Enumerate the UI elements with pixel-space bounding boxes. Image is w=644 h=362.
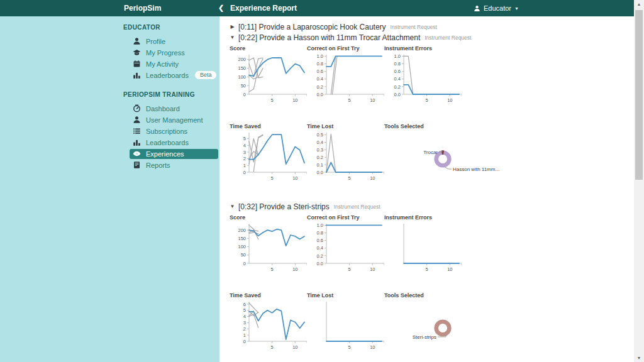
- sidebar-heading-educator: EDUCATOR: [123, 24, 218, 31]
- chart-tools-selected: Tools SelectedSteri-strips: [384, 292, 516, 356]
- collapse-triangle-icon[interactable]: ▼: [230, 204, 235, 209]
- chart-instrument-errors: Instrument Errors0.00.20.40.60.81.0510: [384, 45, 462, 109]
- chart-title: Tools Selected: [384, 292, 516, 300]
- section-tag: Instrument Request: [334, 204, 380, 210]
- chart-correct-on-first-try: Correct on First Try0.00.20.40.60.81.051…: [307, 214, 384, 278]
- svg-text:0.0: 0.0: [317, 170, 323, 175]
- chart-title: Tools Selected: [384, 123, 516, 131]
- sidebar-item-label: My Progress: [146, 49, 185, 57]
- line-chart-canvas: 0.00.20.40.60.81.0510: [307, 222, 384, 276]
- svg-text:5: 5: [243, 307, 246, 313]
- sidebar-menu: EDUCATORProfileMy ProgressMy ActivityLea…: [123, 24, 218, 172]
- sidebar-item-leaderboards[interactable]: Leaderboards: [130, 138, 218, 148]
- section-tag: Instrument Request: [425, 35, 471, 41]
- svg-text:0.8: 0.8: [317, 61, 323, 67]
- scroll-up-arrow-icon[interactable]: ▲: [634, 2, 644, 6]
- chart-tools-selected: Tools SelectedTrocarHasson with 11mm...: [384, 123, 516, 187]
- svg-text:0.2: 0.2: [317, 84, 323, 90]
- svg-text:0.2: 0.2: [317, 155, 323, 160]
- sidebar: EDUCATORProfileMy ProgressMy ActivityLea…: [0, 16, 219, 362]
- scrollbar-thumb[interactable]: [635, 10, 643, 180]
- line-chart-canvas: 510: [307, 300, 384, 354]
- svg-text:Hasson with 11mm...: Hasson with 11mm...: [453, 167, 499, 172]
- svg-text:10: 10: [292, 266, 297, 272]
- svg-text:0.4: 0.4: [317, 245, 323, 251]
- back-button[interactable]: ❮: [218, 0, 224, 16]
- sidebar-item-label: Profile: [146, 38, 165, 45]
- line-chart-canvas: 050100150200510: [230, 53, 307, 107]
- sidebar-item-experiences[interactable]: Experiences: [130, 149, 218, 159]
- section-header-provide-a-steri-strips[interactable]: ▼[0:32] Provide a Steri-stripsInstrument…: [230, 201, 634, 212]
- eye-icon: [133, 150, 141, 158]
- scroll-down-arrow-icon[interactable]: ▼: [634, 356, 644, 360]
- sidebar-item-subscriptions[interactable]: Subscriptions: [130, 126, 218, 136]
- svg-text:5: 5: [243, 136, 246, 141]
- chart-title: Correct on First Try: [307, 214, 384, 222]
- chart-time-saved: Time Saved012345510: [230, 123, 307, 187]
- chart-title: Time Saved: [230, 123, 307, 131]
- sidebar-item-profile[interactable]: Profile: [130, 36, 218, 47]
- sidebar-item-label: Leaderboards: [146, 72, 189, 79]
- svg-text:2: 2: [243, 326, 246, 332]
- sidebar-item-label: User Management: [146, 116, 203, 124]
- chart-time-saved: Time Saved0123456510: [230, 292, 307, 356]
- svg-text:100: 100: [238, 244, 246, 250]
- svg-text:0: 0: [243, 170, 246, 175]
- collapse-triangle-icon[interactable]: ▼: [230, 35, 235, 40]
- section-title: [0:11] Provide a Laparoscopic Hook Caute…: [238, 23, 386, 31]
- svg-text:5: 5: [348, 344, 351, 350]
- bar-chart-icon: [133, 71, 141, 79]
- beta-badge: Beta: [195, 71, 217, 79]
- expand-triangle-icon[interactable]: ▶: [230, 24, 235, 30]
- svg-text:0.0: 0.0: [317, 92, 323, 97]
- back-chevron-icon: ❮: [218, 4, 224, 11]
- svg-text:5: 5: [271, 266, 274, 272]
- sidebar-item-dashboard[interactable]: Dashboard: [130, 104, 218, 114]
- chart-title: Time Saved: [230, 292, 307, 300]
- svg-text:10: 10: [292, 175, 297, 181]
- svg-text:150: 150: [238, 65, 246, 71]
- vertical-scrollbar[interactable]: ▲ ▼: [634, 0, 644, 362]
- section-header-provide-a-laparoscopic-hook-cautery[interactable]: ▶[0:11] Provide a Laparoscopic Hook Caut…: [230, 21, 634, 32]
- svg-text:10: 10: [447, 97, 452, 103]
- svg-text:0.4: 0.4: [317, 140, 323, 145]
- svg-text:150: 150: [238, 236, 246, 241]
- section-title: [0:32] Provide a Steri-strips: [238, 202, 330, 211]
- svg-text:50: 50: [241, 83, 246, 89]
- svg-text:0.5: 0.5: [317, 132, 323, 138]
- svg-text:0.0: 0.0: [394, 92, 401, 97]
- sidebar-item-my-progress[interactable]: My Progress: [130, 48, 218, 58]
- section-title: [0:22] Provide a Hasson with 11mm Trocar…: [238, 33, 420, 42]
- report-icon: [133, 161, 141, 169]
- svg-text:0.2: 0.2: [394, 84, 401, 90]
- svg-text:0.4: 0.4: [394, 76, 401, 82]
- sidebar-item-user-management[interactable]: User Management: [130, 115, 218, 125]
- top-navigation-bar: PeriopSim ❮ Experience Report Educator ▼: [0, 0, 634, 16]
- section-tag: Instrument Request: [391, 24, 437, 30]
- sidebar-item-label: Reports: [146, 162, 170, 169]
- svg-text:5: 5: [348, 97, 351, 103]
- calendar-icon: [133, 60, 141, 68]
- svg-text:10: 10: [370, 97, 375, 103]
- sidebar-item-leaderboards[interactable]: LeaderboardsBeta: [130, 70, 218, 80]
- line-chart-canvas: 012345510: [230, 131, 307, 185]
- sidebar-heading-periopsim-training: PERIOPSIM TRAINING: [123, 91, 218, 98]
- person-icon: [133, 37, 141, 45]
- graduation-cap-icon: [133, 48, 141, 57]
- chart-score: Score050100150200510: [230, 214, 307, 278]
- chart-title: Time Lost: [307, 123, 384, 131]
- line-chart-canvas: 050100150200510: [230, 222, 307, 276]
- sidebar-item-reports[interactable]: Reports: [130, 160, 218, 170]
- sidebar-item-label: Subscriptions: [146, 128, 187, 135]
- sidebar-item-my-activity[interactable]: My Activity: [130, 59, 218, 69]
- svg-text:0.6: 0.6: [394, 69, 401, 74]
- line-chart-canvas: 0.00.20.40.60.81.0510: [384, 53, 462, 107]
- chart-row: Score050100150200510Correct on First Try…: [230, 214, 634, 278]
- svg-text:0.6: 0.6: [317, 238, 323, 243]
- section-header-provide-a-hasson-with-11mm-trocar-attachment[interactable]: ▼[0:22] Provide a Hasson with 11mm Troca…: [230, 32, 634, 43]
- svg-text:1: 1: [243, 332, 246, 338]
- bar-chart-icon: [133, 138, 141, 146]
- svg-text:0.4: 0.4: [317, 76, 323, 82]
- svg-text:10: 10: [370, 266, 375, 272]
- user-menu-dropdown[interactable]: Educator ▼: [474, 0, 519, 16]
